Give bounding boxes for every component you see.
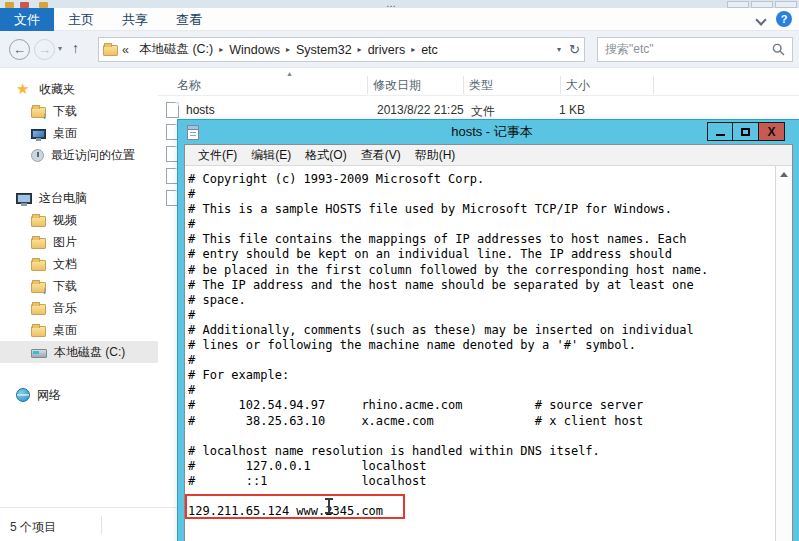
column-resize-handle[interactable] bbox=[653, 76, 654, 94]
file-type: 文件 bbox=[471, 103, 495, 120]
explorer-window-controls[interactable] bbox=[727, 1, 749, 8]
folder-icon bbox=[31, 326, 46, 337]
ribbon-collapse-icon[interactable] bbox=[755, 14, 766, 25]
text-cursor bbox=[328, 499, 330, 513]
items-count: 5 个项目 bbox=[10, 519, 56, 536]
breadcrumb-segment[interactable]: Windows bbox=[224, 43, 285, 57]
sidebar-item-下载[interactable]: 下载 bbox=[0, 100, 158, 122]
notepad-window: hosts - 记事本 X 文件(F)编辑(E)格式(O)查看(V)帮助(H) … bbox=[178, 120, 799, 541]
sidebar-item-桌面[interactable]: 桌面 bbox=[0, 122, 158, 144]
minimize-button[interactable] bbox=[707, 122, 733, 141]
sidebar-item-图片[interactable]: 图片 bbox=[0, 231, 158, 253]
column-resize-handle[interactable] bbox=[560, 76, 561, 94]
tab-共享[interactable]: 共享 bbox=[108, 8, 162, 31]
scroll-up-button[interactable] bbox=[776, 166, 792, 182]
search-placeholder: 搜索"etc" bbox=[605, 41, 772, 58]
breadcrumb-segment[interactable]: drivers bbox=[363, 43, 411, 57]
sort-ascending-icon[interactable]: ▲ bbox=[286, 70, 293, 77]
sidebar-item-label: 视频 bbox=[53, 212, 77, 229]
history-dropdown-icon[interactable]: ▾ bbox=[58, 44, 62, 53]
up-button[interactable]: ↑ bbox=[72, 40, 79, 56]
maximize-icon bbox=[741, 128, 750, 136]
desktop-icon bbox=[31, 129, 46, 139]
sidebar-item-本地磁盘 (C:)[interactable]: 本地磁盘 (C:) bbox=[0, 341, 158, 363]
search-input[interactable]: 搜索"etc" bbox=[597, 37, 793, 62]
recent-places-icon bbox=[31, 149, 44, 162]
column-header-0[interactable]: 名称 bbox=[177, 77, 201, 94]
scroll-up-icon bbox=[780, 172, 788, 177]
sidebar-item-下载[interactable]: 下载 bbox=[0, 275, 158, 297]
annotation-red-box bbox=[185, 494, 405, 519]
breadcrumb-overflow-icon[interactable]: « bbox=[118, 43, 134, 57]
notepad-icon bbox=[187, 125, 199, 140]
sidebar-item-label: 图片 bbox=[53, 234, 77, 251]
breadcrumb-segment[interactable]: etc bbox=[416, 43, 443, 57]
maximize-button[interactable] bbox=[733, 122, 759, 141]
disk-icon bbox=[31, 349, 47, 358]
file-icon bbox=[166, 102, 179, 118]
address-dropdown-icon[interactable]: ▾ bbox=[557, 45, 561, 54]
vertical-scrollbar[interactable] bbox=[775, 166, 792, 541]
ribbon-tab-bar: 文件主页共享查看 ? bbox=[0, 8, 799, 31]
folder-download-icon bbox=[31, 107, 46, 118]
explorer-window-controls[interactable] bbox=[775, 1, 797, 8]
sidebar-item-文档[interactable]: 文档 bbox=[0, 253, 158, 275]
breadcrumb-segment[interactable]: 本地磁盘 (C:) bbox=[134, 41, 218, 58]
notepad-titlebar[interactable]: hosts - 记事本 bbox=[178, 120, 799, 144]
column-header-1[interactable]: 修改日期 bbox=[373, 77, 421, 94]
notepad-text-area[interactable]: # Copyright (c) 1993-2009 Microsoft Corp… bbox=[185, 166, 775, 541]
sidebar-group-这台电脑[interactable]: 这台电脑 bbox=[0, 187, 158, 209]
folder-icon bbox=[31, 260, 46, 271]
sidebar-item-视频[interactable]: 视频 bbox=[0, 209, 158, 231]
explorer-window-controls[interactable] bbox=[751, 1, 773, 8]
close-button[interactable]: X bbox=[759, 122, 785, 141]
breadcrumb-segment[interactable]: System32 bbox=[291, 43, 357, 57]
notepad-title: hosts - 记事本 bbox=[199, 123, 785, 141]
notepad-menu-帮助(H)[interactable]: 帮助(H) bbox=[408, 147, 463, 164]
hosts-file-content: # Copyright (c) 1993-2009 Microsoft Corp… bbox=[185, 166, 775, 519]
notepad-menubar: 文件(F)编辑(E)格式(O)查看(V)帮助(H) bbox=[185, 145, 792, 166]
column-header-3[interactable]: 大小 bbox=[566, 77, 590, 94]
folder-icon bbox=[31, 238, 46, 249]
column-resize-handle[interactable] bbox=[463, 76, 464, 94]
help-button[interactable]: ? bbox=[776, 11, 792, 27]
sidebar-item-音乐[interactable]: 音乐 bbox=[0, 297, 158, 319]
file-name: hosts bbox=[186, 103, 215, 117]
sidebar-item-label: 文档 bbox=[53, 256, 77, 273]
sidebar-group-网络[interactable]: 网络 bbox=[0, 384, 158, 406]
refresh-icon[interactable]: ↻ bbox=[569, 42, 580, 57]
sidebar-item-label: 下载 bbox=[53, 278, 77, 295]
notepad-menu-编辑(E)[interactable]: 编辑(E) bbox=[244, 147, 298, 164]
star-icon: ★ bbox=[16, 81, 32, 97]
search-icon[interactable] bbox=[772, 43, 785, 56]
sidebar-item-label: 最近访问的位置 bbox=[51, 147, 135, 164]
tab-文件[interactable]: 文件 bbox=[0, 8, 54, 31]
file-modified: 2013/8/22 21:25 bbox=[377, 103, 464, 117]
sidebar-group-label: 收藏夹 bbox=[39, 81, 75, 98]
sidebar-item-label: 桌面 bbox=[53, 322, 77, 339]
folder-download-icon bbox=[31, 282, 46, 293]
sidebar-item-label: 本地磁盘 (C:) bbox=[54, 344, 125, 361]
tab-查看[interactable]: 查看 bbox=[162, 8, 216, 31]
minimize-icon bbox=[716, 134, 725, 136]
file-row-hosts[interactable]: hosts2013/8/22 21:25文件1 KB bbox=[158, 100, 799, 122]
column-resize-handle[interactable] bbox=[367, 76, 368, 94]
tab-主页[interactable]: 主页 bbox=[54, 8, 108, 31]
sidebar-item-最近访问的位置[interactable]: 最近访问的位置 bbox=[0, 144, 158, 166]
network-icon bbox=[16, 388, 30, 402]
forward-button[interactable]: → bbox=[34, 39, 55, 60]
column-header-2[interactable]: 类型 bbox=[469, 77, 493, 94]
folder-icon bbox=[31, 304, 46, 315]
file-size: 1 KB bbox=[525, 103, 585, 117]
folder-icon bbox=[103, 45, 118, 56]
sidebar-item-桌面[interactable]: 桌面 bbox=[0, 319, 158, 341]
notepad-client-area: 文件(F)编辑(E)格式(O)查看(V)帮助(H) # Copyright (c… bbox=[184, 144, 793, 541]
sidebar-group-收藏夹[interactable]: ★收藏夹 bbox=[0, 78, 158, 100]
notepad-menu-查看(V)[interactable]: 查看(V) bbox=[354, 147, 408, 164]
sidebar-item-label: 桌面 bbox=[53, 125, 77, 142]
notepad-menu-格式(O)[interactable]: 格式(O) bbox=[298, 147, 353, 164]
navigation-pane: ★收藏夹下载桌面最近访问的位置这台电脑视频图片文档下载音乐桌面本地磁盘 (C:)… bbox=[0, 68, 158, 507]
back-button[interactable]: ← bbox=[9, 39, 30, 60]
notepad-menu-文件(F)[interactable]: 文件(F) bbox=[191, 147, 244, 164]
breadcrumb[interactable]: « 本地磁盘 (C:)▸Windows▸System32▸drivers▸etc… bbox=[98, 37, 585, 62]
